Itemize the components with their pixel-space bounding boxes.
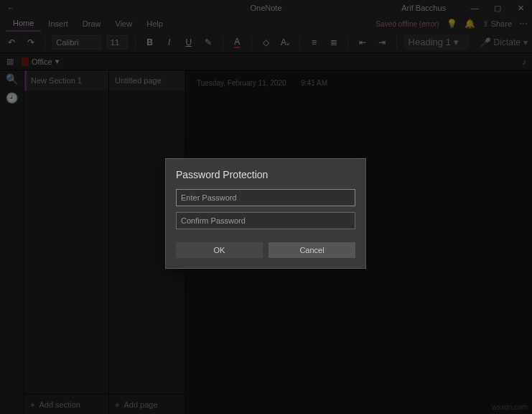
separator xyxy=(45,36,45,49)
font-color-button[interactable]: A xyxy=(230,35,244,50)
note-date: Tuesday, February 11, 2020 xyxy=(197,79,286,87)
format-painter-button[interactable]: Aᵥ xyxy=(279,35,292,50)
separator xyxy=(299,36,300,49)
numbering-button[interactable]: ≣ xyxy=(327,35,340,50)
redo-button[interactable]: ↷ xyxy=(24,35,37,50)
cancel-button[interactable]: Cancel xyxy=(269,242,355,258)
page-item[interactable]: Untitled page xyxy=(109,70,185,91)
tab-draw[interactable]: Draw xyxy=(75,17,108,31)
chevron-down-icon: ▾ xyxy=(523,37,528,47)
bell-icon[interactable]: 🔔 xyxy=(465,19,475,29)
app-window: ← OneNote Arif Bacchus — ▢ ✕ Home Insert… xyxy=(0,0,532,414)
recent-rail-icon[interactable]: 🕘 xyxy=(6,92,18,104)
clear-format-button[interactable]: ◇ xyxy=(259,35,273,50)
add-page-label: Add page xyxy=(123,400,157,409)
dictate-button[interactable]: 🎤 Dictate ▾ xyxy=(480,37,528,47)
add-section-label: Add section xyxy=(39,400,80,409)
dialog-button-row: OK Cancel xyxy=(176,242,355,258)
more-icon[interactable]: ⋯ xyxy=(519,19,528,29)
separator xyxy=(223,36,223,49)
highlight-button[interactable]: ✎ xyxy=(201,35,215,50)
tab-help[interactable]: Help xyxy=(139,17,170,31)
microphone-icon: 🎤 xyxy=(480,37,491,47)
enter-password-input[interactable] xyxy=(176,189,355,206)
notebook-name: Office xyxy=(32,58,52,66)
italic-button[interactable]: I xyxy=(162,35,176,50)
outdent-button[interactable]: ⇤ xyxy=(355,35,369,50)
tab-home[interactable]: Home xyxy=(6,16,41,32)
ribbon-toolbar: ↶ ↷ Calibri 11 B I U ✎ A ◇ Aᵥ ≡ ≣ ⇤ ⇥ He… xyxy=(0,32,532,53)
maximize-button[interactable]: ▢ xyxy=(486,0,509,16)
chevron-down-icon: ▾ xyxy=(55,57,60,66)
user-name[interactable]: Arif Bacchus xyxy=(401,4,446,12)
app-title: OneNote xyxy=(250,4,281,12)
plus-icon: + xyxy=(30,400,34,409)
notebook-color-badge xyxy=(22,58,29,66)
lightbulb-icon[interactable]: 💡 xyxy=(447,19,457,29)
style-select[interactable]: Heading 1 ▾ xyxy=(404,34,469,50)
ok-button[interactable]: OK xyxy=(176,242,263,258)
chevron-down-icon: ▾ xyxy=(454,37,459,47)
title-bar: ← OneNote Arif Bacchus — ▢ ✕ xyxy=(0,0,532,16)
share-button[interactable]: ⇪ Share xyxy=(482,19,512,29)
share-label: Share xyxy=(491,19,512,28)
section-item[interactable]: New Section 1 xyxy=(24,70,108,91)
font-name-select[interactable]: Calibri xyxy=(52,35,101,50)
add-section-button[interactable]: + Add section xyxy=(24,394,108,414)
ribbon-tabs: Home Insert Draw View Help Saved offline… xyxy=(0,16,532,32)
notebook-picker[interactable]: Office ▾ xyxy=(22,57,60,66)
window-controls: — ▢ ✕ xyxy=(463,0,532,16)
tabs-right-group: Saved offline (error) 💡 🔔 ⇪ Share ⋯ xyxy=(375,19,528,29)
share-icon: ⇪ xyxy=(482,19,489,29)
sections-column: New Section 1 + Add section xyxy=(24,70,109,414)
close-button[interactable]: ✕ xyxy=(509,0,532,16)
notebook-bar: ▥ Office ▾ ♪ xyxy=(0,53,532,70)
search-rail-icon[interactable]: 🔍 xyxy=(6,73,18,85)
undo-button[interactable]: ↶ xyxy=(4,35,18,50)
dictate-label: Dictate xyxy=(494,37,521,47)
separator xyxy=(135,36,136,49)
tab-insert[interactable]: Insert xyxy=(41,17,75,31)
left-rail: 🔍 🕘 xyxy=(0,70,24,414)
separator xyxy=(251,36,252,49)
back-button[interactable]: ← xyxy=(0,4,22,12)
confirm-password-input[interactable] xyxy=(176,212,355,229)
note-date-line: Tuesday, February 11, 2020 9:41 AM xyxy=(197,79,521,87)
note-time: 9:41 AM xyxy=(301,79,327,87)
minimize-button[interactable]: — xyxy=(463,0,486,16)
search-icon[interactable]: ♪ xyxy=(523,58,527,66)
bullets-button[interactable]: ≡ xyxy=(307,35,321,50)
sync-status: Saved offline (error) xyxy=(375,20,439,28)
watermark: wsxdn.com xyxy=(492,403,528,411)
font-size-select[interactable]: 11 xyxy=(107,35,128,50)
indent-button[interactable]: ⇥ xyxy=(375,35,388,50)
nav-toggle-icon[interactable]: ▥ xyxy=(4,56,16,68)
bold-button[interactable]: B xyxy=(143,35,157,50)
plus-icon: + xyxy=(115,400,119,409)
underline-button[interactable]: U xyxy=(182,35,195,50)
add-page-button[interactable]: + Add page xyxy=(109,394,185,414)
dialog-title: Password Protection xyxy=(176,169,355,180)
password-protection-dialog: Password Protection OK Cancel xyxy=(165,158,366,269)
separator xyxy=(396,36,397,49)
tab-view[interactable]: View xyxy=(108,17,140,31)
separator xyxy=(347,36,348,49)
